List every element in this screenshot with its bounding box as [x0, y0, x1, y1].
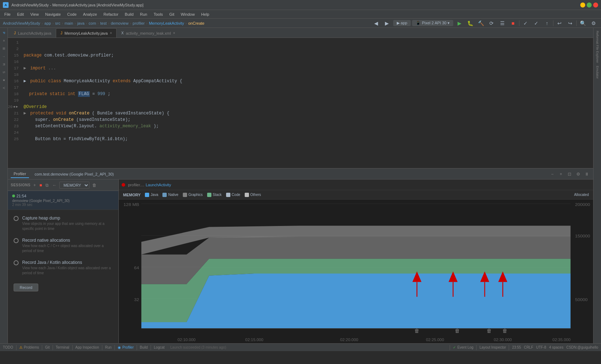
breadcrumb-profiler[interactable]: profiler [133, 21, 145, 25]
menu-run[interactable]: Run [137, 11, 150, 17]
gradle-button[interactable]: ☰ [498, 19, 507, 28]
menu-help[interactable]: Help [198, 11, 212, 17]
build-button[interactable]: 🔨 [476, 19, 485, 28]
redo-button[interactable]: ↪ [566, 19, 575, 28]
sidebar-icon-2[interactable]: ≡ [0, 37, 8, 44]
run-gutter-icon[interactable]: ▶ [16, 104, 18, 110]
device-selector[interactable]: ▶ app [393, 20, 411, 26]
status-build[interactable]: Build [140, 345, 148, 349]
breadcrumb-main[interactable]: main [64, 21, 73, 25]
profiler-zoom-out[interactable]: − [549, 171, 556, 178]
run-button[interactable]: ▶ [455, 19, 464, 28]
sidebar-project-icon[interactable]: P [0, 29, 8, 36]
status-terminal[interactable]: Terminal [56, 345, 69, 349]
fold-icon[interactable]: ▶ [24, 66, 26, 71]
menu-edit[interactable]: Edit [14, 11, 27, 17]
breadcrumb-method[interactable]: onCreate [188, 21, 204, 25]
menu-window[interactable]: Window [178, 11, 197, 17]
menu-analyze[interactable]: Analyze [80, 11, 100, 17]
git-checkmark2[interactable]: ✓ [532, 19, 541, 28]
emulator-selector[interactable]: 📱 Pixel 2 API 30 ▾ [412, 20, 453, 26]
profiler-pause[interactable]: ⏸ [583, 171, 590, 178]
search-button[interactable]: 🔍 [578, 19, 587, 28]
menu-navigate[interactable]: Navigate [42, 11, 63, 17]
profiler-settings[interactable]: ⚙ [575, 171, 582, 178]
undo-button[interactable]: ↩ [555, 19, 564, 28]
tab-activity-xml[interactable]: X activity_memory_leak.xml × [117, 28, 180, 38]
legend-native-label: Native [168, 193, 178, 197]
stop-session-button[interactable]: ■ [39, 182, 43, 188]
breadcrumb-demoview[interactable]: demoview [111, 21, 129, 25]
profiler-zoom-in[interactable]: + [557, 171, 565, 178]
status-todo[interactable]: TODO [3, 345, 13, 349]
emulator-label[interactable]: Emulator [595, 64, 600, 80]
memory-selector[interactable]: MEMORY [59, 182, 89, 189]
code-line-24: 24 [8, 129, 593, 136]
back-nav-button[interactable]: ◀ [372, 19, 381, 28]
sidebar-bookmarks-icon[interactable]: ★ [0, 77, 8, 84]
menu-file[interactable]: File [1, 11, 14, 17]
menu-tools[interactable]: Tools [151, 11, 166, 17]
tab-session-name[interactable]: com.test.demoview (Google Pixel_2_API_30… [32, 171, 117, 178]
status-app-inspection[interactable]: App Inspection [75, 345, 99, 349]
radio-record-java[interactable] [14, 260, 19, 265]
settings-button[interactable]: ⚙ [589, 19, 598, 28]
breadcrumb-test[interactable]: test [100, 21, 107, 25]
maximize-button[interactable] [587, 3, 592, 8]
breadcrumb-project[interactable]: AndroidViewMyStudy [3, 21, 40, 25]
close-tab-btn[interactable]: × [110, 31, 112, 35]
debug-button[interactable]: 🐛 [465, 19, 475, 28]
session-item[interactable]: 21:54 demoview (Google Pixel_2_API_30) 2… [8, 191, 118, 210]
status-encoding[interactable]: UTF-8 [536, 345, 546, 349]
git-checkmark1[interactable]: ✓ [521, 19, 530, 28]
sync-button[interactable]: ⟳ [487, 19, 496, 28]
status-git[interactable]: Git [45, 345, 50, 349]
status-logcat[interactable]: Logcat [154, 345, 165, 349]
forward-nav-button[interactable]: ▶ [382, 19, 392, 28]
status-indent[interactable]: 4 spaces [549, 345, 563, 349]
tab-launch-activity[interactable]: J LaunchActivity.java [9, 28, 56, 38]
toolbar-separator [519, 20, 519, 26]
status-layout-inspector[interactable]: Layout Inspector [479, 345, 506, 349]
minimize-button[interactable] [580, 3, 585, 8]
sidebar-icon-3[interactable]: ⊞ [0, 45, 8, 52]
reformat-file-explorer-label[interactable]: Reformat File Explorer [595, 29, 600, 64]
git-arrow-button[interactable]: ↑ [542, 19, 552, 28]
chart-area[interactable]: 128 MB 64 32 200000 150000 50000 🗑 🗑 🗑 [119, 200, 593, 343]
close-button[interactable] [593, 3, 598, 8]
actions-area: Capture heap dump View objects in your a… [8, 210, 118, 343]
menu-view[interactable]: View [28, 11, 42, 17]
sidebar-structure-icon[interactable]: S [0, 69, 8, 76]
tab-memory-leak-activity[interactable]: J MemoryLeakActivity.java × [56, 28, 117, 38]
close-tab-btn-2[interactable]: × [173, 31, 175, 35]
status-problems[interactable]: ⚠ Problems [19, 345, 39, 349]
sidebar-commit-icon[interactable]: ↑ [0, 53, 8, 60]
method-fold-icon[interactable]: ▶ [24, 111, 26, 116]
tab-profiler[interactable]: Profiler [11, 170, 29, 178]
add-session-button[interactable]: + [33, 182, 36, 188]
breadcrumb-java[interactable]: java [77, 21, 84, 25]
menu-code[interactable]: Code [64, 11, 79, 17]
radio-capture-heap[interactable] [14, 216, 19, 221]
record-button[interactable]: Record [14, 284, 38, 291]
status-event-log[interactable]: ✓ Event Log [453, 345, 473, 349]
menu-refactor[interactable]: Refactor [101, 11, 121, 17]
profiler-fit[interactable]: ⊡ [566, 171, 573, 178]
breadcrumb-com[interactable]: com [89, 21, 96, 25]
delete-session-button[interactable]: 🗑 [92, 182, 97, 188]
menu-git[interactable]: Git [166, 11, 177, 17]
menu-build[interactable]: Build [122, 11, 136, 17]
breadcrumb-file[interactable]: MemoryLeakActivity [149, 21, 184, 25]
status-run[interactable]: Run [105, 345, 112, 349]
class-fold-icon[interactable]: ▶ [24, 79, 26, 84]
split-session-button[interactable]: ⧉ [45, 182, 49, 188]
back-session-button[interactable]: ← [52, 182, 57, 188]
status-profiler[interactable]: ◉ Profiler [118, 345, 134, 349]
radio-record-native[interactable] [14, 238, 19, 243]
breadcrumb-src[interactable]: src [55, 21, 60, 25]
sidebar-variants-icon[interactable]: V [0, 84, 8, 92]
stop-button[interactable]: ■ [508, 19, 518, 28]
breadcrumb-module[interactable]: app [44, 21, 51, 25]
sidebar-resource-icon[interactable]: R [0, 61, 8, 68]
status-crlf[interactable]: CRLF [524, 345, 533, 349]
